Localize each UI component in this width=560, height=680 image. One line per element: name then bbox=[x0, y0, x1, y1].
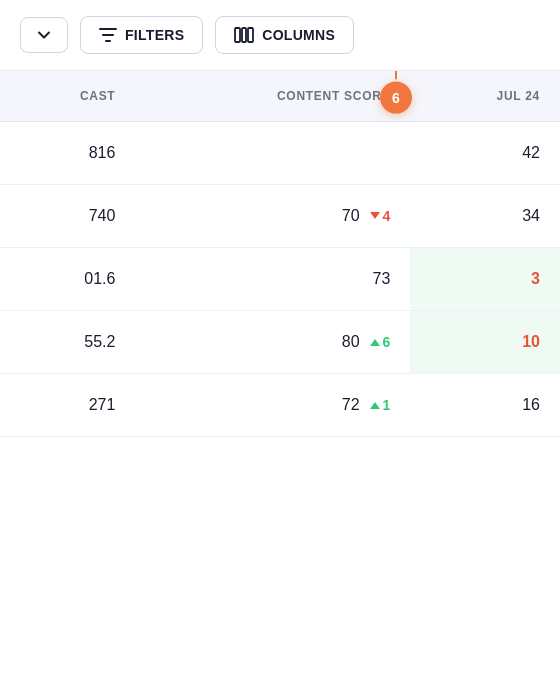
filters-button[interactable]: FILTERS bbox=[80, 16, 203, 54]
table-header-row: CAST CONTENT SCORE 6 JUL 24 bbox=[0, 71, 560, 122]
table-row: 27172116 bbox=[0, 374, 560, 437]
jul24-value: 16 bbox=[522, 396, 540, 413]
columns-icon bbox=[234, 27, 254, 43]
pin-line bbox=[395, 71, 397, 80]
col-header-cast: CAST bbox=[0, 71, 135, 122]
jul24-value: 10 bbox=[522, 333, 540, 350]
svg-rect-1 bbox=[242, 28, 246, 42]
score-number: 80 bbox=[342, 333, 360, 351]
score-number: 72 bbox=[342, 396, 360, 414]
delta-value: 6 bbox=[383, 334, 391, 350]
columns-button[interactable]: COLUMNS bbox=[215, 16, 354, 54]
cell-cast: 55.2 bbox=[0, 311, 135, 374]
columns-label: COLUMNS bbox=[262, 27, 335, 43]
cell-jul24: 34 bbox=[410, 185, 560, 248]
pin-badge: 6 bbox=[380, 82, 412, 114]
toolbar: FILTERS COLUMNS bbox=[0, 0, 560, 71]
col-header-content-score: CONTENT SCORE 6 bbox=[135, 71, 410, 122]
filters-label: FILTERS bbox=[125, 27, 184, 43]
cell-content-score: 704 bbox=[135, 185, 410, 248]
arrow-down-icon bbox=[370, 212, 380, 219]
table-row: 01.6733 bbox=[0, 248, 560, 311]
cell-jul24: 16 bbox=[410, 374, 560, 437]
table-row: 55.280610 bbox=[0, 311, 560, 374]
cell-jul24: 3 bbox=[410, 248, 560, 311]
score-pin: 6 bbox=[380, 71, 412, 114]
data-table: CAST CONTENT SCORE 6 JUL 24 816427407043… bbox=[0, 71, 560, 437]
score-delta: 6 bbox=[370, 334, 391, 350]
jul24-value: 34 bbox=[522, 207, 540, 224]
cell-cast: 271 bbox=[0, 374, 135, 437]
svg-rect-2 bbox=[248, 28, 253, 42]
delta-value: 1 bbox=[383, 397, 391, 413]
cell-content-score bbox=[135, 122, 410, 185]
filter-icon bbox=[99, 28, 117, 42]
svg-rect-0 bbox=[235, 28, 240, 42]
delta-value: 4 bbox=[383, 208, 391, 224]
jul24-value: 42 bbox=[522, 144, 540, 161]
cell-content-score: 721 bbox=[135, 374, 410, 437]
cell-cast: 816 bbox=[0, 122, 135, 185]
score-delta: 4 bbox=[370, 208, 391, 224]
jul24-value: 3 bbox=[531, 270, 540, 287]
cell-content-score: 73 bbox=[135, 248, 410, 311]
chevron-down-icon bbox=[37, 28, 51, 42]
col-header-jul24: JUL 24 bbox=[410, 71, 560, 122]
cell-cast: 01.6 bbox=[0, 248, 135, 311]
cell-cast: 740 bbox=[0, 185, 135, 248]
cell-jul24: 42 bbox=[410, 122, 560, 185]
table-row: 81642 bbox=[0, 122, 560, 185]
cell-jul24: 10 bbox=[410, 311, 560, 374]
table-row: 74070434 bbox=[0, 185, 560, 248]
dropdown-button[interactable] bbox=[20, 17, 68, 53]
cell-content-score: 806 bbox=[135, 311, 410, 374]
score-number: 70 bbox=[342, 207, 360, 225]
score-number: 73 bbox=[373, 270, 391, 288]
score-delta: 1 bbox=[370, 397, 391, 413]
arrow-up-icon bbox=[370, 339, 380, 346]
arrow-up-icon bbox=[370, 402, 380, 409]
